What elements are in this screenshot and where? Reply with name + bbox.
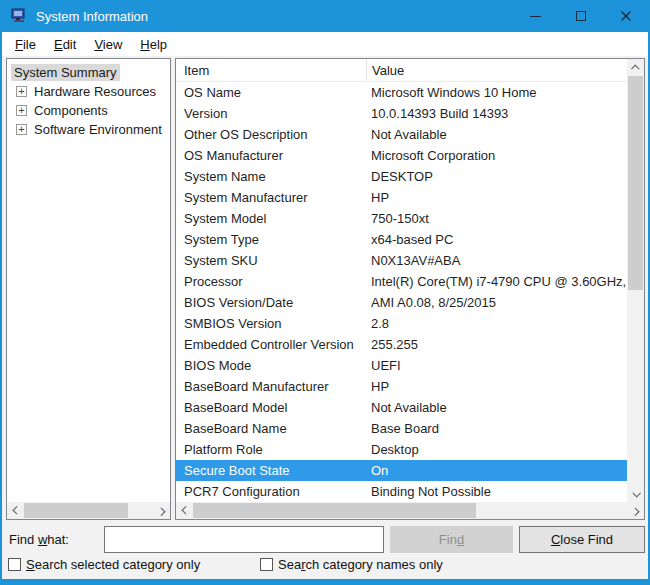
minimize-icon <box>530 16 541 17</box>
expand-plus-icon[interactable]: + <box>16 86 27 97</box>
menu-item-view[interactable]: View <box>85 34 131 55</box>
scrollbar-thumb[interactable] <box>628 76 643 290</box>
item-cell: BaseBoard Name <box>176 421 366 436</box>
sidebar-item-system-summary[interactable]: System Summary <box>7 63 170 82</box>
checkbox-label: Search category names only <box>278 557 443 572</box>
item-cell: System SKU <box>176 253 366 268</box>
table-row[interactable]: BIOS ModeUEFI <box>176 355 627 376</box>
system-information-window: System Information FileEditViewHelp Syst… <box>0 0 650 585</box>
value-cell: DESKTOP <box>366 169 627 184</box>
value-cell: On <box>366 463 627 478</box>
table-row[interactable]: Other OS DescriptionNot Available <box>176 124 627 145</box>
chevron-left-icon <box>181 506 189 514</box>
menu-item-help[interactable]: Help <box>131 34 176 55</box>
category-horizontal-scrollbar[interactable] <box>7 502 170 519</box>
table-row[interactable]: PCR7 ConfigurationBinding Not Possible <box>176 481 627 502</box>
value-cell: 10.0.14393 Build 14393 <box>366 106 627 121</box>
sidebar-item-label: System Summary <box>11 64 120 81</box>
search-option-search-selected-category-only[interactable]: Search selected category only <box>8 557 200 572</box>
system-information-app-icon <box>11 8 27 24</box>
category-pane: System Summary+Hardware Resources+Compon… <box>6 58 171 520</box>
item-cell: System Name <box>176 169 366 184</box>
table-row[interactable]: Platform RoleDesktop <box>176 439 627 460</box>
value-cell: Microsoft Windows 10 Home <box>366 85 627 100</box>
table-row[interactable]: System SKUN0X13AV#ABA <box>176 250 627 271</box>
scroll-left-button[interactable] <box>7 502 24 519</box>
minimize-button[interactable] <box>513 0 558 32</box>
list-header: Item Value <box>176 59 627 82</box>
menu-item-edit[interactable]: Edit <box>45 34 85 55</box>
value-cell: 255.255 <box>366 337 627 352</box>
item-cell: Embedded Controller Version <box>176 337 366 352</box>
table-row[interactable]: Embedded Controller Version255.255 <box>176 334 627 355</box>
value-cell: Intel(R) Core(TM) i7-4790 CPU @ 3.60GHz,… <box>366 274 627 289</box>
table-row[interactable]: OS ManufacturerMicrosoft Corporation <box>176 145 627 166</box>
close-find-button[interactable]: Close Find <box>519 526 645 553</box>
checkbox-label: Search selected category only <box>26 557 200 572</box>
menu-bar: FileEditViewHelp <box>2 32 648 56</box>
item-cell: Platform Role <box>176 442 366 457</box>
table-row[interactable]: Version10.0.14393 Build 14393 <box>176 103 627 124</box>
scroll-down-button[interactable] <box>627 485 644 502</box>
window-controls <box>513 0 648 32</box>
chevron-right-icon <box>157 507 165 515</box>
chevron-down-icon <box>632 489 640 497</box>
column-header-item[interactable]: Item <box>176 59 366 81</box>
checkbox[interactable] <box>8 558 21 571</box>
table-row[interactable]: BIOS Version/DateAMI A0.08, 8/25/2015 <box>176 292 627 313</box>
column-header-value[interactable]: Value <box>366 59 627 81</box>
value-cell: HP <box>366 190 627 205</box>
find-bar: Find what: Find Close Find <box>2 524 648 556</box>
sidebar-item-components[interactable]: +Components <box>7 101 170 120</box>
scrollbar-thumb[interactable] <box>24 503 128 518</box>
item-cell: SMBIOS Version <box>176 316 366 331</box>
table-row[interactable]: OS NameMicrosoft Windows 10 Home <box>176 82 627 103</box>
checkbox[interactable] <box>260 558 273 571</box>
table-row[interactable]: System Typex64-based PC <box>176 229 627 250</box>
table-row[interactable]: System ManufacturerHP <box>176 187 627 208</box>
value-cell: 2.8 <box>366 316 627 331</box>
sidebar-item-label: Components <box>31 102 111 119</box>
value-cell: Not Available <box>366 127 627 142</box>
search-options: Search selected category onlySearch cate… <box>2 557 648 577</box>
item-cell: BaseBoard Manufacturer <box>176 379 366 394</box>
table-row[interactable]: System NameDESKTOP <box>176 166 627 187</box>
detail-rows: OS NameMicrosoft Windows 10 HomeVersion1… <box>176 82 627 502</box>
value-cell: Microsoft Corporation <box>366 148 627 163</box>
chevron-right-icon <box>631 507 639 515</box>
find-what-label: Find what: <box>9 532 69 547</box>
value-cell: 750-150xt <box>366 211 627 226</box>
menu-item-file[interactable]: File <box>6 34 45 55</box>
maximize-button[interactable] <box>558 0 603 32</box>
sidebar-item-hardware-resources[interactable]: +Hardware Resources <box>7 82 170 101</box>
scroll-right-button[interactable] <box>627 502 644 519</box>
scrollbar-thumb[interactable] <box>193 503 476 518</box>
table-row[interactable]: BaseBoard ModelNot Available <box>176 397 627 418</box>
value-cell: UEFI <box>366 358 627 373</box>
scroll-left-button[interactable] <box>176 502 193 519</box>
expand-plus-icon[interactable]: + <box>16 124 27 135</box>
scroll-right-button[interactable] <box>153 502 170 519</box>
value-cell: HP <box>366 379 627 394</box>
table-row[interactable]: BaseBoard ManufacturerHP <box>176 376 627 397</box>
table-row[interactable]: ProcessorIntel(R) Core(TM) i7-4790 CPU @… <box>176 271 627 292</box>
sidebar-item-software-environment[interactable]: +Software Environment <box>7 120 170 139</box>
find-input[interactable] <box>104 526 384 553</box>
item-cell: System Model <box>176 211 366 226</box>
table-row[interactable]: SMBIOS Version2.8 <box>176 313 627 334</box>
item-cell: System Type <box>176 232 366 247</box>
detail-vertical-scrollbar[interactable] <box>627 59 644 502</box>
detail-horizontal-scrollbar[interactable] <box>176 502 644 519</box>
item-cell: Secure Boot State <box>176 463 366 478</box>
table-row[interactable]: System Model750-150xt <box>176 208 627 229</box>
scroll-up-button[interactable] <box>627 59 644 76</box>
find-button[interactable]: Find <box>390 526 513 553</box>
item-cell: OS Name <box>176 85 366 100</box>
value-cell: Binding Not Possible <box>366 484 627 499</box>
table-row[interactable]: BaseBoard NameBase Board <box>176 418 627 439</box>
search-option-search-category-names-only[interactable]: Search category names only <box>260 557 443 572</box>
detail-pane: Item Value OS NameMicrosoft Windows 10 H… <box>175 58 645 520</box>
table-row[interactable]: Secure Boot StateOn <box>176 460 627 481</box>
expand-plus-icon[interactable]: + <box>16 105 27 116</box>
close-button[interactable] <box>603 0 648 32</box>
